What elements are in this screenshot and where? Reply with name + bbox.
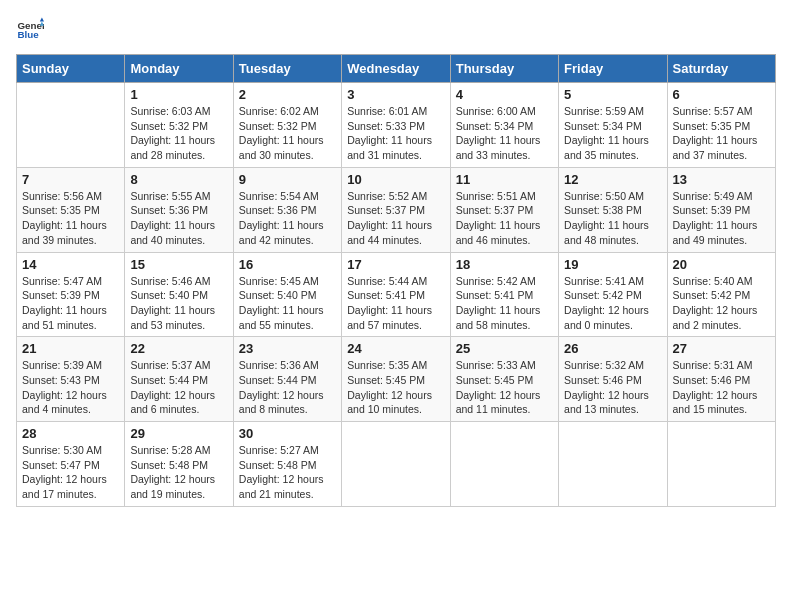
calendar-cell: 16Sunrise: 5:45 AM Sunset: 5:40 PM Dayli…	[233, 252, 341, 337]
calendar-week-4: 21Sunrise: 5:39 AM Sunset: 5:43 PM Dayli…	[17, 337, 776, 422]
svg-text:Blue: Blue	[17, 29, 39, 40]
column-header-wednesday: Wednesday	[342, 55, 450, 83]
day-info: Sunrise: 5:45 AM Sunset: 5:40 PM Dayligh…	[239, 274, 336, 333]
day-number: 29	[130, 426, 227, 441]
day-info: Sunrise: 5:42 AM Sunset: 5:41 PM Dayligh…	[456, 274, 553, 333]
day-info: Sunrise: 5:28 AM Sunset: 5:48 PM Dayligh…	[130, 443, 227, 502]
calendar-cell: 29Sunrise: 5:28 AM Sunset: 5:48 PM Dayli…	[125, 422, 233, 507]
calendar-cell: 12Sunrise: 5:50 AM Sunset: 5:38 PM Dayli…	[559, 167, 667, 252]
calendar-cell: 27Sunrise: 5:31 AM Sunset: 5:46 PM Dayli…	[667, 337, 775, 422]
column-header-tuesday: Tuesday	[233, 55, 341, 83]
day-number: 4	[456, 87, 553, 102]
day-number: 20	[673, 257, 770, 272]
column-header-saturday: Saturday	[667, 55, 775, 83]
day-info: Sunrise: 5:49 AM Sunset: 5:39 PM Dayligh…	[673, 189, 770, 248]
day-number: 1	[130, 87, 227, 102]
day-number: 14	[22, 257, 119, 272]
calendar-week-2: 7Sunrise: 5:56 AM Sunset: 5:35 PM Daylig…	[17, 167, 776, 252]
calendar-cell: 17Sunrise: 5:44 AM Sunset: 5:41 PM Dayli…	[342, 252, 450, 337]
header: General Blue	[16, 16, 776, 44]
calendar-cell: 5Sunrise: 5:59 AM Sunset: 5:34 PM Daylig…	[559, 83, 667, 168]
day-number: 23	[239, 341, 336, 356]
day-info: Sunrise: 5:56 AM Sunset: 5:35 PM Dayligh…	[22, 189, 119, 248]
day-number: 5	[564, 87, 661, 102]
calendar-cell: 6Sunrise: 5:57 AM Sunset: 5:35 PM Daylig…	[667, 83, 775, 168]
calendar-cell	[17, 83, 125, 168]
calendar-cell: 24Sunrise: 5:35 AM Sunset: 5:45 PM Dayli…	[342, 337, 450, 422]
calendar-cell	[450, 422, 558, 507]
day-info: Sunrise: 5:35 AM Sunset: 5:45 PM Dayligh…	[347, 358, 444, 417]
logo: General Blue	[16, 16, 48, 44]
day-number: 17	[347, 257, 444, 272]
day-number: 6	[673, 87, 770, 102]
calendar-cell: 14Sunrise: 5:47 AM Sunset: 5:39 PM Dayli…	[17, 252, 125, 337]
day-info: Sunrise: 6:01 AM Sunset: 5:33 PM Dayligh…	[347, 104, 444, 163]
column-header-thursday: Thursday	[450, 55, 558, 83]
day-info: Sunrise: 5:57 AM Sunset: 5:35 PM Dayligh…	[673, 104, 770, 163]
calendar-cell: 7Sunrise: 5:56 AM Sunset: 5:35 PM Daylig…	[17, 167, 125, 252]
calendar-cell: 19Sunrise: 5:41 AM Sunset: 5:42 PM Dayli…	[559, 252, 667, 337]
calendar-cell: 8Sunrise: 5:55 AM Sunset: 5:36 PM Daylig…	[125, 167, 233, 252]
calendar-cell: 26Sunrise: 5:32 AM Sunset: 5:46 PM Dayli…	[559, 337, 667, 422]
calendar-cell: 1Sunrise: 6:03 AM Sunset: 5:32 PM Daylig…	[125, 83, 233, 168]
day-info: Sunrise: 5:54 AM Sunset: 5:36 PM Dayligh…	[239, 189, 336, 248]
day-number: 22	[130, 341, 227, 356]
day-info: Sunrise: 6:00 AM Sunset: 5:34 PM Dayligh…	[456, 104, 553, 163]
day-number: 25	[456, 341, 553, 356]
calendar-cell: 28Sunrise: 5:30 AM Sunset: 5:47 PM Dayli…	[17, 422, 125, 507]
calendar-cell: 15Sunrise: 5:46 AM Sunset: 5:40 PM Dayli…	[125, 252, 233, 337]
day-info: Sunrise: 5:55 AM Sunset: 5:36 PM Dayligh…	[130, 189, 227, 248]
calendar-cell: 22Sunrise: 5:37 AM Sunset: 5:44 PM Dayli…	[125, 337, 233, 422]
day-info: Sunrise: 5:31 AM Sunset: 5:46 PM Dayligh…	[673, 358, 770, 417]
day-info: Sunrise: 6:02 AM Sunset: 5:32 PM Dayligh…	[239, 104, 336, 163]
column-header-friday: Friday	[559, 55, 667, 83]
calendar-cell: 10Sunrise: 5:52 AM Sunset: 5:37 PM Dayli…	[342, 167, 450, 252]
day-number: 8	[130, 172, 227, 187]
day-number: 28	[22, 426, 119, 441]
calendar-cell	[342, 422, 450, 507]
day-number: 27	[673, 341, 770, 356]
calendar-cell: 25Sunrise: 5:33 AM Sunset: 5:45 PM Dayli…	[450, 337, 558, 422]
day-number: 30	[239, 426, 336, 441]
day-info: Sunrise: 5:39 AM Sunset: 5:43 PM Dayligh…	[22, 358, 119, 417]
day-number: 13	[673, 172, 770, 187]
calendar-week-5: 28Sunrise: 5:30 AM Sunset: 5:47 PM Dayli…	[17, 422, 776, 507]
day-number: 3	[347, 87, 444, 102]
day-number: 18	[456, 257, 553, 272]
day-info: Sunrise: 5:52 AM Sunset: 5:37 PM Dayligh…	[347, 189, 444, 248]
day-number: 10	[347, 172, 444, 187]
day-number: 15	[130, 257, 227, 272]
day-info: Sunrise: 5:36 AM Sunset: 5:44 PM Dayligh…	[239, 358, 336, 417]
calendar-cell: 13Sunrise: 5:49 AM Sunset: 5:39 PM Dayli…	[667, 167, 775, 252]
logo-icon: General Blue	[16, 16, 44, 44]
calendar-cell: 21Sunrise: 5:39 AM Sunset: 5:43 PM Dayli…	[17, 337, 125, 422]
day-info: Sunrise: 5:50 AM Sunset: 5:38 PM Dayligh…	[564, 189, 661, 248]
day-number: 12	[564, 172, 661, 187]
day-number: 11	[456, 172, 553, 187]
day-number: 21	[22, 341, 119, 356]
calendar-cell: 23Sunrise: 5:36 AM Sunset: 5:44 PM Dayli…	[233, 337, 341, 422]
day-info: Sunrise: 5:47 AM Sunset: 5:39 PM Dayligh…	[22, 274, 119, 333]
calendar-cell: 2Sunrise: 6:02 AM Sunset: 5:32 PM Daylig…	[233, 83, 341, 168]
day-number: 26	[564, 341, 661, 356]
calendar-cell: 18Sunrise: 5:42 AM Sunset: 5:41 PM Dayli…	[450, 252, 558, 337]
day-info: Sunrise: 5:32 AM Sunset: 5:46 PM Dayligh…	[564, 358, 661, 417]
calendar-cell: 30Sunrise: 5:27 AM Sunset: 5:48 PM Dayli…	[233, 422, 341, 507]
day-number: 7	[22, 172, 119, 187]
column-header-monday: Monday	[125, 55, 233, 83]
calendar-cell	[559, 422, 667, 507]
calendar-cell: 11Sunrise: 5:51 AM Sunset: 5:37 PM Dayli…	[450, 167, 558, 252]
calendar-cell	[667, 422, 775, 507]
calendar-cell: 20Sunrise: 5:40 AM Sunset: 5:42 PM Dayli…	[667, 252, 775, 337]
calendar-cell: 9Sunrise: 5:54 AM Sunset: 5:36 PM Daylig…	[233, 167, 341, 252]
column-header-sunday: Sunday	[17, 55, 125, 83]
day-info: Sunrise: 5:33 AM Sunset: 5:45 PM Dayligh…	[456, 358, 553, 417]
day-info: Sunrise: 5:40 AM Sunset: 5:42 PM Dayligh…	[673, 274, 770, 333]
day-number: 16	[239, 257, 336, 272]
calendar-week-3: 14Sunrise: 5:47 AM Sunset: 5:39 PM Dayli…	[17, 252, 776, 337]
day-info: Sunrise: 5:41 AM Sunset: 5:42 PM Dayligh…	[564, 274, 661, 333]
day-info: Sunrise: 5:59 AM Sunset: 5:34 PM Dayligh…	[564, 104, 661, 163]
calendar-cell: 4Sunrise: 6:00 AM Sunset: 5:34 PM Daylig…	[450, 83, 558, 168]
day-number: 24	[347, 341, 444, 356]
day-number: 2	[239, 87, 336, 102]
